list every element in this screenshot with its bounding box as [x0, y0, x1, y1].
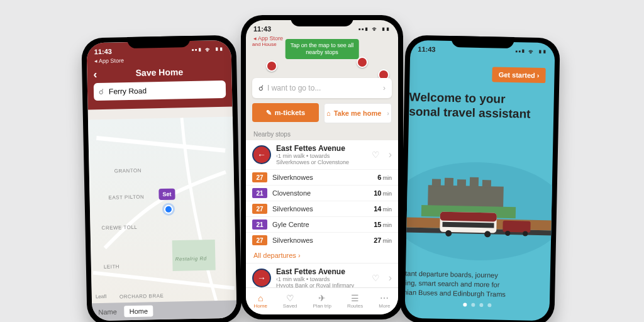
map-label: CREWE TOLL	[101, 225, 137, 231]
routes-icon: ☰	[351, 294, 359, 303]
home-icon: ⌂	[326, 109, 331, 117]
name-bar: Name Home	[92, 301, 237, 321]
departure-row[interactable]: 27 Silverknowes 27min	[246, 232, 398, 248]
stop-name: East Fettes Avenue	[276, 144, 367, 153]
chevron-right-icon: ›	[387, 109, 389, 117]
set-home-pin[interactable]: Set	[158, 189, 175, 201]
tab-label: Plan trip	[313, 303, 331, 309]
stop-subtitle: ‹1 min walk • towards Hyvots Bank or Roy…	[276, 276, 367, 288]
m-tickets-button[interactable]: ✎ m-tickets	[252, 103, 319, 122]
svg-rect-4	[445, 178, 453, 187]
favorite-icon[interactable]: ♡	[372, 150, 380, 160]
address-search[interactable]: ☌	[94, 80, 226, 101]
tab-plan-trip[interactable]: ✈Plan trip	[313, 294, 331, 309]
header: 11:43 ▪▪▮ ᯤ ▮▮ ◂ App Store ‹ Save Home ☌	[86, 40, 232, 110]
direction-icon: ←	[252, 145, 271, 164]
tab-bar: ⌂Home♡Saved✈Plan trip☰Routes⋯More	[246, 287, 398, 314]
welcome-illustration	[404, 159, 555, 263]
tab-label: Routes	[347, 303, 363, 309]
dot[interactable]	[479, 303, 483, 307]
map-poi-label: and House	[252, 42, 277, 47]
map-tip: Tap on the map to see all nearby stops	[286, 39, 359, 59]
address-input[interactable]	[108, 84, 221, 97]
page-dots[interactable]	[463, 303, 491, 307]
chevron-right-icon: ›	[383, 84, 386, 92]
phone-save-home: 11:43 ▪▪▮ ᯤ ▮▮ ◂ App Store ‹ Save Home ☌…	[81, 35, 242, 322]
departure-row[interactable]: 27 Silverknowes 14min	[246, 201, 398, 216]
map-label: LEITH	[104, 264, 119, 270]
get-started-button[interactable]: Get started ›	[492, 67, 545, 83]
route-badge: 21	[252, 219, 267, 230]
destination: Silverknowes	[272, 174, 313, 181]
eta: 27min	[374, 236, 392, 244]
tab-label: Home	[254, 303, 267, 309]
map-stop-pin[interactable]	[357, 57, 368, 68]
tab-home[interactable]: ⌂Home	[254, 294, 267, 309]
more-icon: ⋯	[380, 294, 389, 303]
dot[interactable]	[471, 303, 475, 307]
direction-icon: →	[252, 269, 271, 287]
search-icon: ☌	[99, 87, 104, 96]
welcome-description: stant departure boards, journey ning, sm…	[404, 269, 543, 299]
back-chevron-icon[interactable]: ‹	[93, 68, 97, 81]
phone-welcome: 11:43 ▪▪▮ ᯤ ▮▮ Get started › Welcome to …	[399, 35, 560, 322]
stop-card[interactable]: ← East Fettes Avenue ‹1 min walk • towar…	[246, 140, 398, 264]
map-label: EAST PILTON	[108, 194, 144, 201]
chevron-right-icon: ›	[389, 149, 392, 160]
name-label: Name	[98, 308, 117, 316]
tab-label: Saved	[283, 303, 297, 309]
favorite-icon[interactable]: ♡	[372, 273, 380, 283]
home-icon: ⌂	[258, 294, 263, 303]
page-title: Save Home	[135, 67, 183, 78]
phone-home: 11:43 ▪▪▮ ᯤ ▮▮ ◂ App Store and House Tap…	[241, 15, 403, 319]
status-time: 11:43	[94, 48, 112, 56]
svg-rect-6	[470, 177, 479, 187]
stop-name: East Fettes Avenue	[276, 267, 367, 276]
destination: Silverknowes	[272, 236, 313, 244]
svg-rect-3	[432, 179, 441, 186]
tab-saved[interactable]: ♡Saved	[283, 294, 297, 309]
route-badge: 21	[252, 188, 267, 198]
chevron-right-icon: ›	[389, 272, 392, 284]
notch	[451, 36, 514, 48]
svg-rect-5	[457, 179, 466, 187]
stop-card[interactable]: → East Fettes Avenue ‹1 min walk • towar…	[246, 264, 398, 288]
map[interactable]: GRANTON EAST PILTON CREWE TOLL LEITH ORC…	[88, 117, 236, 304]
name-value[interactable]: Home	[125, 305, 153, 317]
map-park-label: Restalrig Rd	[175, 256, 207, 262]
take-me-home-button[interactable]: ⌂ Take me home ›	[324, 103, 392, 123]
stop-subtitle: ‹1 min walk • towards Silverknowes or Cl…	[276, 153, 367, 165]
status-time: 11:43	[418, 45, 435, 53]
svg-rect-7	[482, 180, 491, 187]
plan trip-icon: ✈	[318, 294, 326, 303]
route-badge: 27	[252, 235, 267, 245]
saved-icon: ♡	[286, 294, 294, 303]
map-stop-pin[interactable]	[266, 60, 277, 72]
status-icons: ▪▪▮ ᯤ ▮▮	[358, 25, 391, 33]
eta: 14min	[374, 205, 392, 213]
destination-search[interactable]: ☌ I want to go to... ›	[252, 78, 392, 98]
dot[interactable]	[487, 303, 491, 307]
departure-row[interactable]: 27 Silverknowes 6min	[246, 169, 398, 185]
eta: 6min	[377, 174, 392, 181]
departure-row[interactable]: 21 Gyle Centre 15min	[246, 216, 398, 232]
destination: Clovenstone	[272, 189, 311, 197]
dot[interactable]	[463, 303, 467, 306]
tab-routes[interactable]: ☰Routes	[347, 294, 363, 309]
map-label: ORCHARD BRAE	[119, 293, 164, 299]
route-badge: 27	[252, 204, 267, 214]
nearby-stops-section: Nearby stops ← East Fettes Avenue ‹1 min…	[246, 127, 398, 288]
search-icon: ☌	[258, 84, 264, 92]
search-placeholder: I want to go to...	[267, 84, 321, 92]
svg-rect-16	[502, 221, 530, 233]
all-departures-link[interactable]: All departures ›	[246, 248, 398, 263]
status-time: 11:43	[253, 25, 271, 33]
tab-more[interactable]: ⋯More	[379, 294, 390, 309]
notch	[127, 36, 190, 48]
svg-rect-12	[440, 212, 497, 222]
ticket-icon: ✎	[266, 109, 272, 117]
destination: Silverknowes	[272, 205, 313, 213]
map-attrib: Leafl	[96, 294, 107, 299]
map-label: GRANTON	[114, 168, 142, 174]
departure-row[interactable]: 21 Clovenstone 10min	[246, 185, 398, 201]
